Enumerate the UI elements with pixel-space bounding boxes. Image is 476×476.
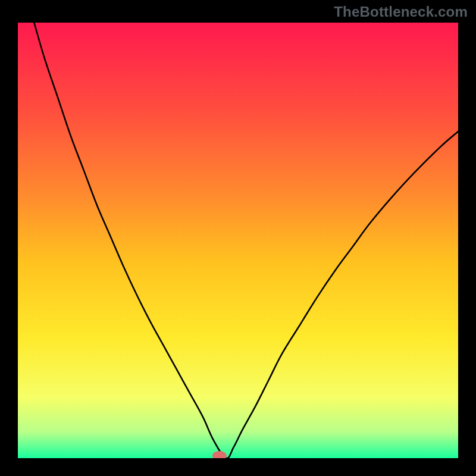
plot-background	[18, 23, 458, 458]
chart-stage: TheBottleneck.com	[0, 0, 476, 476]
optimal-marker	[212, 451, 227, 461]
chart-svg	[0, 0, 476, 476]
watermark-label: TheBottleneck.com	[334, 4, 468, 20]
